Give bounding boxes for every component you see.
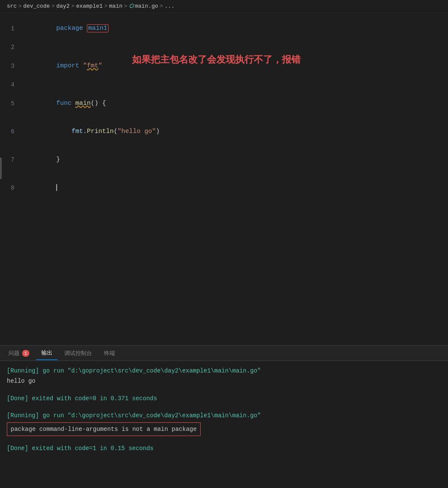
output-line-6: [Running] go run "d:\goproject\src\dev_c…: [7, 411, 441, 420]
tab-debug-console-label: 调试控制台: [64, 349, 92, 357]
output-line-1: [Running] go run "d:\goproject\src\dev_c…: [7, 366, 441, 375]
println-call: Println: [87, 128, 114, 135]
panel-tabs: 问题 1 输出 调试控制台 终端: [0, 346, 448, 361]
code-line-4: 4: [0, 80, 448, 90]
code-line-3: 3 import "fmt": [0, 52, 448, 80]
line-content-8: [21, 174, 57, 202]
line-content-7: }: [21, 146, 60, 174]
line-number-1: 1: [0, 24, 21, 33]
keyword-import: import: [56, 62, 83, 69]
tab-terminal[interactable]: 终端: [99, 347, 120, 360]
breadcrumb-main[interactable]: main: [109, 3, 122, 9]
line-content-5: func main() {: [21, 90, 106, 118]
breadcrumb-day2[interactable]: day2: [56, 3, 69, 9]
output-empty-3: [7, 437, 441, 443]
text-cursor: [56, 184, 57, 191]
code-content: 1 package main1 2 3 import "fmt" 4 5 fu: [0, 13, 448, 204]
tab-output[interactable]: 输出: [36, 347, 57, 360]
editor-area: 1 package main1 2 3 import "fmt" 4 5 fu: [0, 13, 448, 345]
code-line-7: 7 }: [0, 146, 448, 174]
string-hello-go: "hello go": [118, 128, 156, 135]
line-number-6: 6: [0, 127, 21, 136]
breadcrumb: src > dev_code > day2 > example1 > main …: [0, 0, 448, 13]
indent-6: [56, 128, 72, 135]
breadcrumb-ellipsis[interactable]: ...: [165, 3, 175, 9]
code-line-1: 1 package main1: [0, 14, 448, 43]
paren-open-6: (: [114, 128, 118, 135]
import-quote-close: ": [98, 62, 102, 69]
tab-problems-label: 问题: [9, 349, 20, 357]
func-parens: () {: [91, 100, 106, 107]
breadcrumb-maingo[interactable]: main.go: [135, 3, 158, 9]
panel-area: 问题 1 输出 调试控制台 终端 [Running] go run "d:\go…: [0, 345, 448, 488]
line-number-2: 2: [0, 43, 21, 52]
breadcrumb-src[interactable]: src: [7, 3, 17, 9]
breadcrumb-sep-6: >: [160, 3, 163, 9]
tab-output-label: 输出: [41, 349, 52, 357]
line-number-3: 3: [0, 61, 21, 71]
breadcrumb-example1[interactable]: example1: [76, 3, 103, 9]
problems-badge: 1: [22, 350, 29, 357]
tab-problems[interactable]: 问题 1: [3, 347, 34, 360]
code-line-5: 5 func main() {: [0, 90, 448, 118]
line-number-8: 8: [0, 183, 21, 193]
line-number-4: 4: [0, 80, 21, 90]
breadcrumb-dev-code[interactable]: dev_code: [23, 3, 50, 9]
line-content-3: import "fmt": [21, 52, 102, 80]
import-quote-open: ": [83, 62, 87, 69]
output-line-9: [Done] exited with code=1 in 0.15 second…: [7, 444, 441, 453]
output-line-2: hello go: [7, 376, 441, 386]
go-file-icon: ⬡: [129, 3, 133, 9]
line-number-7: 7: [0, 155, 21, 165]
line-content-1: package main1: [21, 14, 109, 43]
output-empty-1: [7, 387, 441, 393]
output-line-4: [Done] exited with code=0 in 0.371 secon…: [7, 394, 441, 403]
code-line-8: 8: [0, 174, 448, 202]
panel-output-content: [Running] go run "d:\goproject\src\dev_c…: [0, 361, 448, 488]
breadcrumb-sep-1: >: [18, 3, 21, 9]
breadcrumb-sep-4: >: [104, 3, 107, 9]
keyword-func: func: [56, 100, 75, 107]
code-line-2: 2: [0, 43, 448, 52]
package-name: main1: [87, 24, 109, 32]
line-number-5: 5: [0, 99, 21, 108]
paren-close-6: ): [156, 128, 160, 135]
breadcrumb-sep-2: >: [52, 3, 55, 9]
output-error-box: package command-line-arguments is not a …: [7, 422, 201, 436]
brace-close-7: }: [56, 156, 60, 163]
tab-terminal-label: 终端: [104, 349, 115, 357]
breadcrumb-sep-5: >: [124, 3, 127, 9]
dot-6: .: [83, 128, 87, 135]
breadcrumb-sep-3: >: [71, 3, 74, 9]
keyword-package: package: [56, 25, 87, 32]
line-content-6: fmt.Println("hello go"): [21, 118, 160, 146]
left-scroll-indicator: [0, 158, 2, 179]
import-fmt: fmt: [87, 62, 98, 69]
output-empty-2: [7, 404, 441, 410]
code-line-6: 6 fmt.Println("hello go"): [0, 118, 448, 146]
fmt-ref: fmt: [72, 128, 83, 135]
tab-debug-console[interactable]: 调试控制台: [59, 347, 97, 360]
func-main: main: [75, 100, 91, 107]
